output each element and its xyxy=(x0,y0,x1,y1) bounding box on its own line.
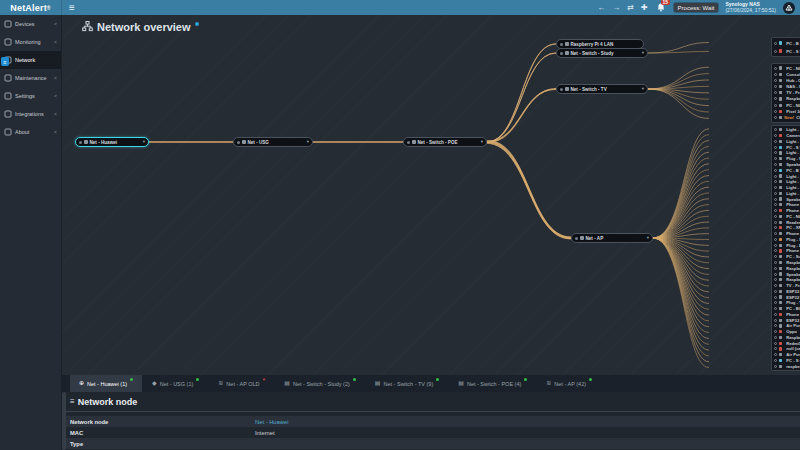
device-label: Hub - Cygnett Hub xyxy=(786,78,800,83)
details-row-value: Net - Huawei xyxy=(255,419,289,425)
device-label: Plug - Sowell xyxy=(786,237,800,242)
chevron-left-icon: < xyxy=(54,75,57,81)
tab-label: Net - Huawei (1) xyxy=(87,381,127,387)
chevron-down-icon: ▾ xyxy=(647,233,649,243)
info-badge[interactable] xyxy=(195,22,199,26)
node-tab[interactable]: ▤ Net - Switch - POE (4) xyxy=(449,375,536,392)
status-icon xyxy=(560,88,563,91)
signal-icon xyxy=(774,290,777,293)
topology-node[interactable]: Net - AP ▾ xyxy=(571,233,653,243)
device-row[interactable]: PC - S LAN xyxy=(774,47,800,55)
device-label: PC - Surface 4 WiFi xyxy=(786,254,800,259)
signal-icon xyxy=(774,353,777,356)
fan-icon xyxy=(779,353,782,356)
tab-label: Net - AP (42) xyxy=(554,381,586,387)
device-label: Light - ceiling light 2 WiFi xyxy=(786,191,800,196)
sidebar-item[interactable]: Maintenance < xyxy=(0,69,61,87)
phone-icon xyxy=(779,330,782,333)
signal-icon xyxy=(774,359,777,362)
device-label: PC - XPS WiFi xyxy=(786,225,800,230)
back-icon[interactable]: ← xyxy=(597,0,605,15)
lightbulb-icon xyxy=(779,186,782,189)
status-icon xyxy=(237,141,240,144)
chevron-left-icon: < xyxy=(54,129,57,135)
topology-node[interactable]: Net - USG ▾ xyxy=(233,137,313,147)
signal-icon xyxy=(774,192,777,195)
wifi-icon: ≋ xyxy=(218,375,223,392)
device-label: ESP32 - 1 xyxy=(786,289,800,294)
device-label: PC - S WiFi xyxy=(786,145,800,150)
device-row[interactable]: PC - B LAN xyxy=(774,39,800,47)
phone-icon xyxy=(779,209,782,212)
plug-icon xyxy=(779,238,782,241)
signal-icon xyxy=(774,140,777,143)
device-label: Air Purifier - Xiaomi xyxy=(786,323,800,328)
node-tab[interactable]: ▤ Net - Switch - Study (2) xyxy=(275,375,365,392)
menu-icon[interactable]: ≡ xyxy=(69,0,75,15)
device-label: Light - Sideboard WiFi xyxy=(786,127,800,132)
node-label: Raspberry Pi 4 LAN xyxy=(571,42,641,47)
gear-icon xyxy=(4,92,12,100)
node-tab[interactable]: ▤ Net - Switch - TV (9) xyxy=(366,375,448,392)
sidebar-item[interactable]: Settings < xyxy=(0,87,61,105)
chevron-left-icon: < xyxy=(54,93,57,99)
signal-icon xyxy=(774,249,777,252)
refresh-icon[interactable]: ⇄ xyxy=(627,0,634,15)
signal-icon xyxy=(774,342,777,345)
device-label: Camera - C1 xyxy=(786,133,800,138)
sidebar-item[interactable]: About < xyxy=(0,123,61,141)
device-row[interactable]: raspberrypi (IP watch) xyxy=(774,363,800,369)
device-label: Phone - Pixel 6 xyxy=(786,231,800,236)
sidebar-item[interactable]: Devices < xyxy=(0,15,61,33)
node-tabbar: ⊕ Net - Huawei (1) ◆ Net - USG (1) ≋ Net… xyxy=(62,375,800,392)
node-tab[interactable]: ≋ Net - AP OLD xyxy=(209,375,274,392)
app-logo[interactable]: NetAlert® xyxy=(0,0,62,15)
device-label: ESP32 - Sign xyxy=(786,318,800,323)
gamepad-icon xyxy=(779,73,782,76)
bell-icon[interactable]: 15 xyxy=(655,0,667,15)
tv-icon xyxy=(779,91,782,94)
topology-node[interactable]: Net - Huawei ▾ xyxy=(75,137,149,147)
monitor-icon xyxy=(779,307,782,310)
signal-icon xyxy=(774,198,777,201)
lightbulb-icon xyxy=(779,180,782,183)
phone-icon xyxy=(779,313,782,316)
device-group-gc: Light - Sideboard WiFi Camera - C1 Light… xyxy=(771,125,800,371)
signal-icon xyxy=(774,97,777,100)
sidebar-item[interactable]: Monitoring < xyxy=(0,33,61,51)
node-tab[interactable]: ⊕ Net - Huawei (1) xyxy=(70,375,142,392)
topology-node[interactable]: Net - Switch - POE ▾ xyxy=(403,137,487,147)
speaker-icon xyxy=(779,163,782,166)
signal-icon xyxy=(774,221,777,224)
sidebar-item[interactable]: Network xyxy=(0,51,61,69)
signal-icon xyxy=(774,365,777,368)
sidebar-toggle[interactable]: ≡ xyxy=(1,57,9,66)
device-label: Reader - Amazon Kindle xyxy=(786,220,800,225)
tab-label: Net - USG (1) xyxy=(160,381,194,387)
topology-node[interactable]: Net - Switch - Study ▾ xyxy=(556,48,648,58)
device-label: PC - NUC WiFi xyxy=(786,214,800,219)
chart-icon xyxy=(4,38,12,46)
signal-icon xyxy=(774,180,777,183)
device-row[interactable]: New! Chromecast xyxy=(774,114,800,120)
plug-icon xyxy=(779,301,782,304)
sidebar-item[interactable]: Integrations < xyxy=(0,105,61,123)
node-label: Net - Switch - POE xyxy=(418,140,479,145)
node-tab[interactable]: ◆ Net - USG (1) xyxy=(143,375,208,392)
signal-icon xyxy=(774,104,777,107)
chevron-down-icon: ▾ xyxy=(642,48,644,58)
node-tab[interactable]: ≋ Net - AP (42) xyxy=(537,375,601,392)
netalert-logo-icon[interactable] xyxy=(783,2,795,14)
signal-icon xyxy=(774,175,777,178)
topology-node[interactable]: Net - Switch - TV ▾ xyxy=(556,84,648,94)
sidebar-item-label: Maintenance xyxy=(15,75,51,81)
status-icon xyxy=(575,237,578,240)
netalert-app: NetAlert® ≡ ←→⇄✚ 15 Process: Wait Synolo… xyxy=(0,0,800,450)
phone-icon xyxy=(779,249,782,252)
monitor-icon xyxy=(779,104,782,107)
move-icon[interactable]: ✚ xyxy=(641,0,648,15)
monitor-icon xyxy=(779,169,782,172)
scrollbar[interactable] xyxy=(62,392,66,450)
forward-icon[interactable]: → xyxy=(612,0,620,15)
status-icon xyxy=(79,141,82,144)
